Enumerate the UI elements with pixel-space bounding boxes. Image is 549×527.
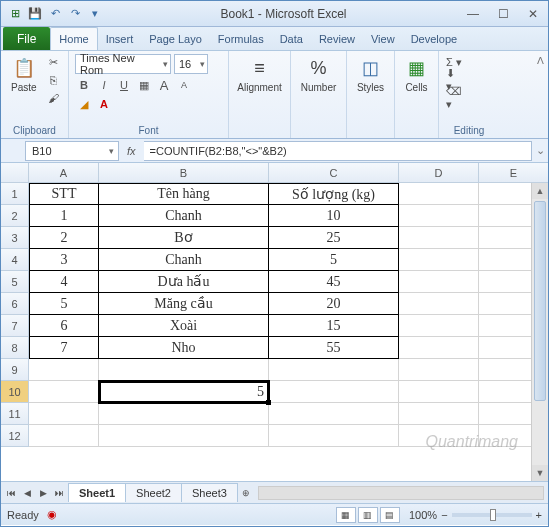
tab-home[interactable]: Home	[50, 27, 97, 50]
shrink-font-button[interactable]: A	[175, 77, 193, 93]
sheet-tab-3[interactable]: Sheet3	[181, 483, 238, 502]
row-8[interactable]: 8	[1, 337, 29, 359]
cell-A7[interactable]: 6	[29, 315, 99, 337]
sheet-tab-1[interactable]: Sheet1	[68, 483, 126, 502]
undo-icon[interactable]: ↶	[47, 6, 63, 22]
cell-B8[interactable]: Nho	[99, 337, 269, 359]
cell-B5[interactable]: Dưa hấu	[99, 271, 269, 293]
col-D[interactable]: D	[399, 163, 479, 183]
cell-A4[interactable]: 3	[29, 249, 99, 271]
cell-B7[interactable]: Xoài	[99, 315, 269, 337]
cell-A10[interactable]	[29, 381, 99, 403]
page-layout-view-button[interactable]: ▥	[358, 507, 378, 523]
col-C[interactable]: C	[269, 163, 399, 183]
cell-C2[interactable]: 10	[269, 205, 399, 227]
new-sheet-icon[interactable]: ⊕	[238, 485, 254, 501]
zoom-level[interactable]: 100%	[409, 509, 437, 521]
font-name-combo[interactable]: Times New Rom	[75, 54, 171, 74]
tab-review[interactable]: Review	[311, 27, 363, 50]
file-tab[interactable]: File	[3, 27, 50, 50]
cell-C3[interactable]: 25	[269, 227, 399, 249]
zoom-in-button[interactable]: +	[536, 509, 542, 521]
grow-font-button[interactable]: A	[155, 77, 173, 93]
cell-C8[interactable]: 55	[269, 337, 399, 359]
row-4[interactable]: 4	[1, 249, 29, 271]
cell-A6[interactable]: 5	[29, 293, 99, 315]
border-button[interactable]: ▦	[135, 77, 153, 93]
scroll-down-icon[interactable]: ▼	[532, 465, 548, 481]
row-5[interactable]: 5	[1, 271, 29, 293]
cut-icon[interactable]: ✂	[45, 54, 63, 70]
font-color-button[interactable]: A	[95, 96, 113, 112]
qat-customize-icon[interactable]: ▾	[87, 6, 103, 22]
row-9[interactable]: 9	[1, 359, 29, 381]
styles-button[interactable]: ◫ Styles	[353, 54, 388, 95]
cell-B6[interactable]: Măng cầu	[99, 293, 269, 315]
row-2[interactable]: 2	[1, 205, 29, 227]
tab-insert[interactable]: Insert	[98, 27, 142, 50]
format-painter-icon[interactable]: 🖌	[45, 90, 63, 106]
underline-button[interactable]: U	[115, 77, 133, 93]
tab-developer[interactable]: Develope	[403, 27, 465, 50]
normal-view-button[interactable]: ▦	[336, 507, 356, 523]
cell-C7[interactable]: 15	[269, 315, 399, 337]
maximize-button[interactable]: ☐	[488, 4, 518, 24]
number-button[interactable]: % Number	[297, 54, 340, 95]
ribbon-collapse-icon[interactable]: ᐱ	[537, 55, 544, 66]
minimize-button[interactable]: —	[458, 4, 488, 24]
col-B[interactable]: B	[99, 163, 269, 183]
scroll-up-icon[interactable]: ▲	[532, 183, 548, 199]
select-all-corner[interactable]	[1, 163, 29, 183]
row-6[interactable]: 6	[1, 293, 29, 315]
cell-C1[interactable]: Số lượng (kg)	[269, 183, 399, 205]
vertical-scrollbar[interactable]: ▲ ▼	[531, 183, 548, 481]
cell-C6[interactable]: 20	[269, 293, 399, 315]
paste-button[interactable]: 📋 Paste	[7, 54, 41, 95]
macro-record-icon[interactable]: ◉	[47, 508, 57, 521]
cells-button[interactable]: ▦ Cells	[401, 54, 432, 95]
cell-B10[interactable]: 5	[99, 381, 269, 403]
save-icon[interactable]: 💾	[27, 6, 43, 22]
formula-expand-icon[interactable]: ⌄	[532, 144, 548, 157]
cell-B3[interactable]: Bơ	[99, 227, 269, 249]
alignment-button[interactable]: ≡ Alignment	[235, 54, 284, 95]
tab-formulas[interactable]: Formulas	[210, 27, 272, 50]
zoom-slider[interactable]	[452, 513, 532, 517]
row-10[interactable]: 10	[1, 381, 29, 403]
row-12[interactable]: 12	[1, 425, 29, 447]
copy-icon[interactable]: ⎘	[45, 72, 63, 88]
name-box[interactable]: B10	[25, 141, 119, 161]
col-E[interactable]: E	[479, 163, 548, 183]
tab-data[interactable]: Data	[272, 27, 311, 50]
tab-view[interactable]: View	[363, 27, 403, 50]
col-A[interactable]: A	[29, 163, 99, 183]
sheet-nav-prev-icon[interactable]: ◀	[19, 485, 35, 501]
cell-C5[interactable]: 45	[269, 271, 399, 293]
cell-A3[interactable]: 2	[29, 227, 99, 249]
cell-B1[interactable]: Tên hàng	[99, 183, 269, 205]
close-button[interactable]: ✕	[518, 4, 548, 24]
row-3[interactable]: 3	[1, 227, 29, 249]
row-1[interactable]: 1	[1, 183, 29, 205]
cell-C4[interactable]: 5	[269, 249, 399, 271]
sheet-nav-first-icon[interactable]: ⏮	[3, 485, 19, 501]
italic-button[interactable]: I	[95, 77, 113, 93]
cell-B4[interactable]: Chanh	[99, 249, 269, 271]
clear-button[interactable]: ⌫ ▾	[445, 90, 463, 106]
cell-A1[interactable]: STT	[29, 183, 99, 205]
sheet-tab-2[interactable]: Sheet2	[125, 483, 182, 502]
worksheet-grid[interactable]: A B C D E 1 STT Tên hàng Số lượng (kg) 2…	[1, 163, 548, 481]
formula-input[interactable]: =COUNTIF(B2:B8,"<>"&B2)	[144, 141, 532, 161]
fill-color-button[interactable]: ◢	[75, 96, 93, 112]
cell-A2[interactable]: 1	[29, 205, 99, 227]
redo-icon[interactable]: ↷	[67, 6, 83, 22]
cell-A8[interactable]: 7	[29, 337, 99, 359]
scroll-thumb[interactable]	[534, 201, 546, 401]
tab-page-layout[interactable]: Page Layo	[141, 27, 210, 50]
font-size-combo[interactable]: 16	[174, 54, 208, 74]
sheet-nav-last-icon[interactable]: ⏭	[51, 485, 67, 501]
horizontal-scrollbar[interactable]	[258, 486, 544, 500]
cell-A5[interactable]: 4	[29, 271, 99, 293]
zoom-out-button[interactable]: −	[441, 509, 447, 521]
fx-icon[interactable]: fx	[119, 145, 144, 157]
